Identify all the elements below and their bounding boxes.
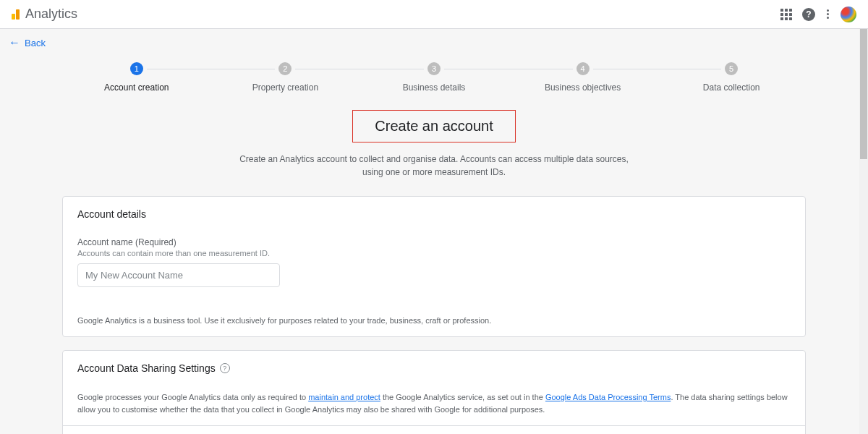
page-title: Create an account	[352, 110, 515, 142]
account-details-card: Account details Account name (Required) …	[62, 196, 806, 337]
help-inline-icon[interactable]: ?	[220, 363, 230, 373]
analytics-logo-icon	[12, 9, 20, 20]
content-area: ← Back 1 Account creation 2 Property cre…	[0, 29, 868, 434]
step-property-creation: 2 Property creation	[211, 62, 360, 93]
user-avatar[interactable]	[841, 7, 856, 22]
scrollbar-track[interactable]	[859, 29, 868, 434]
progress-stepper: 1 Account creation 2 Property creation 3…	[62, 62, 806, 93]
arrow-left-icon: ←	[9, 36, 20, 49]
product-name: Analytics	[25, 7, 77, 22]
back-label: Back	[25, 38, 46, 48]
processing-terms-link[interactable]: Google Ads Data Processing Terms	[545, 393, 671, 401]
header-left: Analytics	[12, 7, 77, 22]
header-right: ?	[780, 7, 856, 22]
step-business-objectives: 4 Business objectives	[509, 62, 658, 93]
data-sharing-card: Account Data Sharing Settings ? Google p…	[62, 350, 806, 434]
account-name-label: Account name (Required)	[77, 237, 791, 247]
card-title-data-sharing: Account Data Sharing Settings ?	[77, 362, 791, 374]
step-business-details: 3 Business details	[359, 62, 509, 93]
help-icon[interactable]: ?	[802, 8, 815, 21]
account-name-input[interactable]	[77, 263, 280, 287]
overflow-menu-icon[interactable]	[825, 8, 830, 20]
scrollbar-thumb[interactable]	[860, 29, 867, 159]
page-subtitle: Create an Analytics account to collect a…	[231, 153, 637, 179]
card-title-account-details: Account details	[77, 208, 791, 220]
step-data-collection: 5 Data collection	[657, 62, 806, 93]
business-tool-disclaimer: Google Analytics is a business tool. Use…	[77, 316, 791, 325]
data-sharing-description: Google processes your Google Analytics d…	[77, 391, 791, 415]
apps-grid-icon[interactable]	[780, 9, 792, 20]
maintain-protect-link[interactable]: maintain and protect	[308, 393, 380, 401]
divider	[63, 425, 805, 426]
account-name-hint: Accounts can contain more than one measu…	[77, 249, 791, 258]
back-button[interactable]: ← Back	[9, 36, 46, 49]
app-header: Analytics ?	[0, 0, 868, 29]
step-account-creation[interactable]: 1 Account creation	[62, 62, 211, 93]
